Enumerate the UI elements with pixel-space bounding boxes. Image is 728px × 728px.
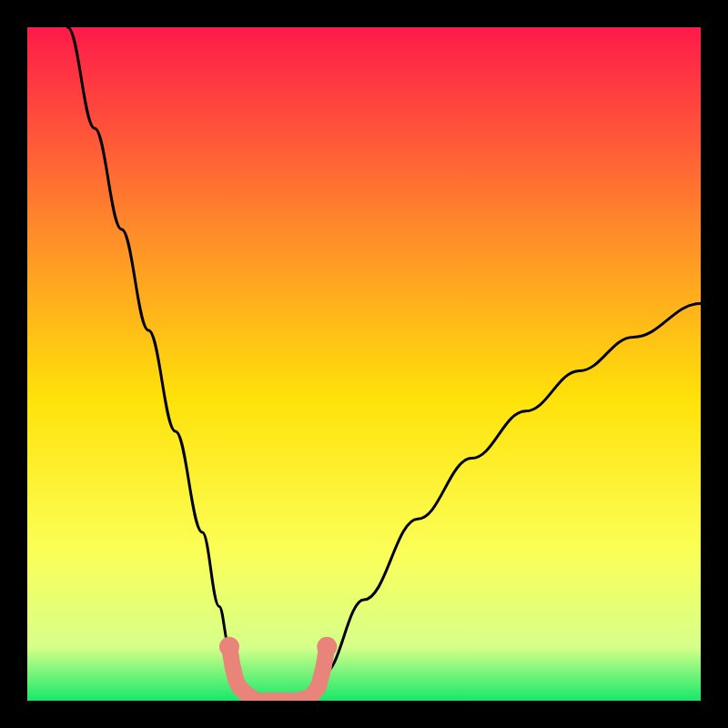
chart-frame xyxy=(0,0,728,728)
